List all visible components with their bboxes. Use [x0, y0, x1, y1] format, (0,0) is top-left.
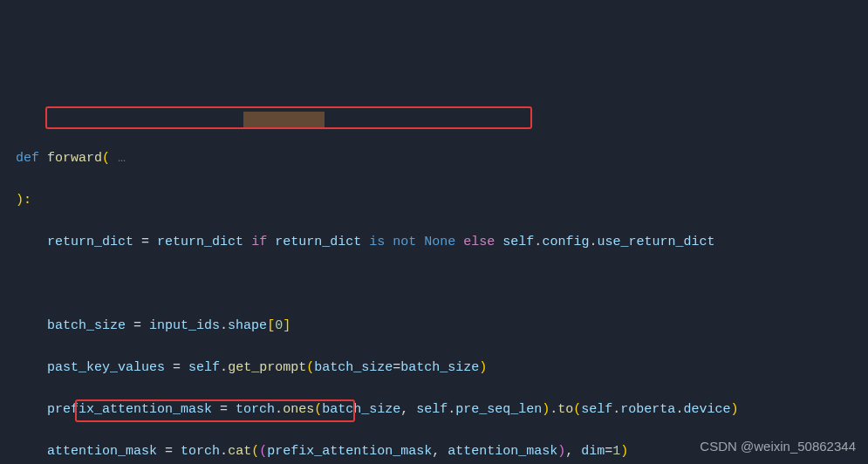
method-get-prompt: get_prompt: [228, 360, 306, 375]
code-line[interactable]: def forward( …: [16, 148, 868, 169]
code-line[interactable]: prefix_attention_mask = torch.ones(batch…: [16, 399, 868, 420]
keyword-def: def: [16, 151, 39, 166]
highlight-method-bg: [243, 112, 325, 127]
code-line[interactable]: return_dict = return_dict if return_dict…: [16, 232, 868, 253]
function-name: forward: [47, 151, 102, 166]
highlight-box-1: [45, 106, 532, 129]
collapse-dots[interactable]: …: [118, 151, 126, 166]
code-line-blank[interactable]: [16, 274, 868, 295]
code-editor[interactable]: def forward( … ): return_dict = return_d…: [0, 0, 868, 464]
code-line[interactable]: attention_mask = torch.cat((prefix_atten…: [16, 441, 868, 462]
code-line[interactable]: past_key_values = self.get_prompt(batch_…: [16, 358, 868, 379]
code-line[interactable]: batch_size = input_ids.shape[0]: [16, 316, 868, 337]
close-paren: ):: [16, 193, 31, 208]
code-line[interactable]: ):: [16, 190, 868, 211]
